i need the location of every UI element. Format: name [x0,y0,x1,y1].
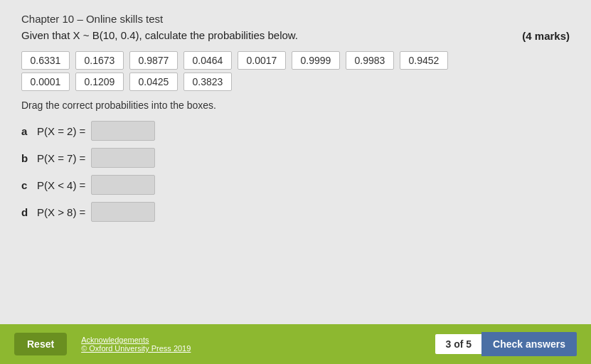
expr-a: P(X = 2) = [37,125,85,137]
tile-row-2: 0.0001 0.1209 0.0425 0.3823 [21,73,570,91]
tile-0.0017[interactable]: 0.0017 [238,51,286,70]
answer-box-b[interactable] [91,148,155,168]
tile-0.6331[interactable]: 0.6331 [21,51,70,70]
tile-0.1209[interactable]: 0.1209 [75,73,124,91]
footer: Reset Acknowledgements © Oxford Universi… [0,324,591,364]
page-indicator: 3 of 5 [435,334,481,354]
question-row-d: d P(X > 8) = [21,202,570,222]
marks-label: (4 marks) [522,30,570,42]
answer-box-a[interactable] [91,121,155,141]
expr-d: P(X > 8) = [37,206,85,218]
label-d: d [21,206,31,218]
chapter-title: Chapter 10 – Online skills test [21,13,570,25]
main-content: Chapter 10 – Online skills test Given th… [0,0,591,324]
tile-0.9452[interactable]: 0.9452 [400,51,448,70]
drag-instruction: Drag the correct probabilities into the … [21,100,570,111]
label-b: b [21,152,31,164]
tile-0.9877[interactable]: 0.9877 [129,51,178,70]
expr-c: P(X < 4) = [37,179,85,191]
question-text: Given that X ~ B(10, 0.4), calculate the… [21,29,570,41]
acknowledgements-label: Acknowledgements [81,336,191,344]
copyright-label: © Oxford University Press 2019 [81,344,191,353]
expr-b: P(X = 7) = [37,152,85,164]
question-row-c: c P(X < 4) = [21,175,570,195]
answer-box-d[interactable] [91,202,155,222]
questions-list: a P(X = 2) = b P(X = 7) = c P(X < 4) = d… [21,121,570,222]
label-a: a [21,125,31,137]
question-row-b: b P(X = 7) = [21,148,570,168]
tile-0.9999[interactable]: 0.9999 [292,51,340,70]
tile-0.3823[interactable]: 0.3823 [183,73,232,91]
tile-0.0464[interactable]: 0.0464 [183,51,232,70]
tile-row-1: 0.6331 0.1673 0.9877 0.0464 0.0017 0.999… [21,51,570,70]
probability-tiles: 0.6331 0.1673 0.9877 0.0464 0.0017 0.999… [21,51,570,91]
acknowledgements[interactable]: Acknowledgements © Oxford University Pre… [81,336,191,353]
check-answers-button[interactable]: Check answers [481,332,577,356]
tile-0.0425[interactable]: 0.0425 [129,73,178,91]
reset-button[interactable]: Reset [14,333,67,355]
tile-0.1673[interactable]: 0.1673 [75,51,124,70]
tile-0.9983[interactable]: 0.9983 [346,51,394,70]
question-row-a: a P(X = 2) = [21,121,570,141]
label-c: c [21,179,31,191]
answer-box-c[interactable] [91,175,155,195]
tile-0.0001[interactable]: 0.0001 [21,73,70,91]
